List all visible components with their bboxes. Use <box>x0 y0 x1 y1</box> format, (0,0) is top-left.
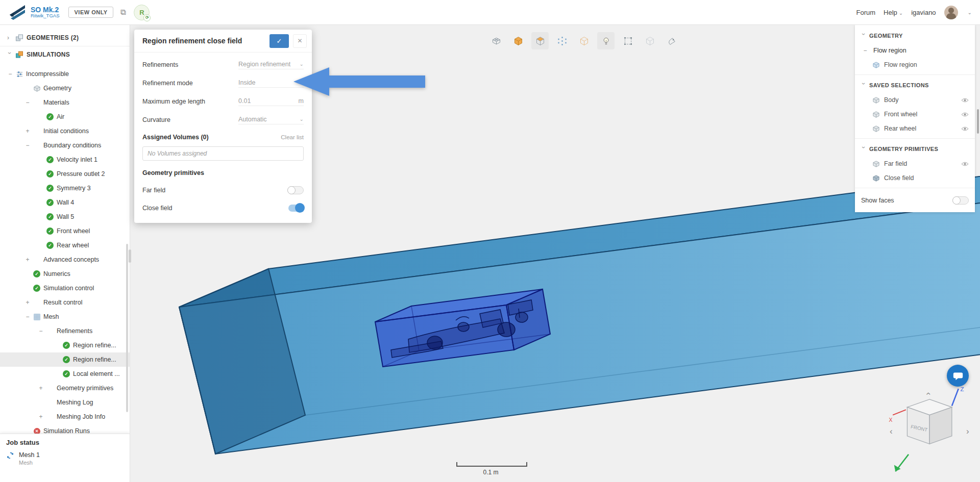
hidden-cube-icon[interactable] <box>641 32 658 49</box>
expand-icon[interactable]: + <box>23 256 32 263</box>
tree-item-air[interactable]: ✓Air <box>0 110 130 124</box>
tree-item-advanced-concepts[interactable]: +Advanced concepts <box>0 252 130 267</box>
tree-item-wall-4[interactable]: ✓Wall 4 <box>0 195 130 210</box>
saved-selection-rear-wheel[interactable]: Rear wheel <box>855 121 975 136</box>
solid-cube-icon[interactable] <box>509 32 527 49</box>
confirm-button[interactable]: ✓ <box>270 34 289 48</box>
max-edge-length-input[interactable]: 0.01 m <box>238 97 304 106</box>
scale-bar-label: 0.1 m <box>456 469 525 476</box>
saved-selection-body[interactable]: Body <box>855 93 975 107</box>
tree-item-meshing-log[interactable]: Meshing Log <box>0 395 130 410</box>
flow-region-item[interactable]: Flow region <box>855 58 975 72</box>
chevron-down-icon: › <box>860 83 867 88</box>
help-menu[interactable]: Help⌄ <box>884 9 903 16</box>
tree-item-rear-wheel[interactable]: ✓Rear wheel <box>0 238 130 252</box>
primitive-far-field[interactable]: Far field <box>855 157 975 171</box>
geometries-header[interactable]: › GEOMETRIES (2) <box>0 30 130 46</box>
tree-item-materials[interactable]: −Materials <box>0 95 130 110</box>
eye-icon[interactable] <box>961 160 969 168</box>
chevron-right-icon[interactable]: › <box>7 34 12 41</box>
eye-icon[interactable] <box>961 125 969 133</box>
user-menu-chevron-icon[interactable]: ⌄ <box>968 10 972 15</box>
geometry-section-header[interactable]: › GEOMETRY <box>855 28 975 43</box>
tree-item-simulation-control[interactable]: ✓Simulation control <box>0 281 130 295</box>
eye-icon[interactable] <box>961 96 969 104</box>
vertices-icon[interactable] <box>553 32 571 49</box>
collapse-icon[interactable]: − <box>861 47 869 54</box>
rotate-left-chevron[interactable]: ‹ <box>890 426 893 437</box>
expand-icon[interactable]: + <box>23 128 32 135</box>
close-button[interactable]: ✕ <box>293 34 307 48</box>
rotate-right-chevron[interactable]: › <box>966 426 969 437</box>
check-circle-icon: ✓ <box>46 213 54 220</box>
tree-item-numerics[interactable]: ✓Numerics <box>0 267 130 281</box>
tree-item-result-control[interactable]: +Result control <box>0 295 130 310</box>
tree-item-region-refinement-2[interactable]: ✓Region refine... <box>0 352 130 367</box>
refinement-mode-select[interactable]: Inside ⌄ <box>238 79 304 88</box>
tree-item-front-wheel[interactable]: ✓Front wheel <box>0 224 130 238</box>
collapse-icon[interactable]: − <box>6 70 14 78</box>
mesh-cells-icon[interactable] <box>487 32 505 49</box>
scene-tree-panel: › GEOMETRY − Flow region Flow region › S… <box>855 25 975 212</box>
clear-list-link[interactable]: Clear list <box>281 134 304 140</box>
primitive-close-field[interactable]: Close field <box>855 171 975 185</box>
collapse-icon[interactable]: − <box>23 99 32 106</box>
job-status-panel: Job status Mesh 1 Mesh <box>0 434 130 482</box>
collapse-icon[interactable]: − <box>23 142 32 149</box>
saved-selections-header[interactable]: › SAVED SELECTIONS <box>855 78 975 93</box>
expand-icon[interactable]: + <box>37 385 45 392</box>
tree-item-boundary-conditions[interactable]: −Boundary conditions <box>0 138 130 153</box>
bulb-icon[interactable] <box>597 32 615 49</box>
job-status-item[interactable]: Mesh 1 Mesh <box>0 449 130 468</box>
geometry-primitives-header[interactable]: › GEOMETRY PRIMITIVES <box>855 141 975 157</box>
sidebar-scrollbar[interactable] <box>126 244 128 412</box>
tree-item-symmetry-3[interactable]: ✓Symmetry 3 <box>0 181 130 195</box>
show-faces-toggle[interactable] <box>952 196 969 205</box>
tree-item-incompressible[interactable]: −Incompressible <box>0 67 130 81</box>
expand-icon[interactable]: + <box>23 299 32 306</box>
close-field-toggle[interactable] <box>288 205 304 212</box>
tree-item-wall-5[interactable]: ✓Wall 5 <box>0 210 130 224</box>
saved-selection-front-wheel[interactable]: Front wheel <box>855 107 975 121</box>
tree-item-local-element[interactable]: ✓Local element ... <box>0 367 130 381</box>
flow-region-group[interactable]: − Flow region <box>855 43 975 58</box>
tree-item-geometry[interactable]: Geometry <box>0 81 130 95</box>
collapse-icon[interactable]: − <box>37 327 45 335</box>
curvature-label: Curvature <box>142 116 238 123</box>
workspace-avatar[interactable]: R ⟳ <box>134 5 150 20</box>
curvature-select[interactable]: Automatic ⌄ <box>238 116 304 124</box>
cube-top-face-icon[interactable] <box>531 32 549 49</box>
probe-icon[interactable] <box>663 32 680 49</box>
tree-item-region-refinement-1[interactable]: ✓Region refine... <box>0 338 130 352</box>
chevron-down-icon: ⌄ <box>300 80 304 85</box>
orientation-cube[interactable]: Z X FRONT <box>886 384 977 475</box>
far-field-toggle[interactable] <box>287 186 304 194</box>
sidebar-resize-handle[interactable] <box>129 249 131 263</box>
chevron-down-icon[interactable]: › <box>6 52 13 57</box>
share-icon[interactable]: ⧉ <box>120 8 126 17</box>
expand-icon[interactable]: + <box>37 413 45 420</box>
collapse-icon[interactable]: − <box>23 313 32 320</box>
user-avatar[interactable] <box>944 6 958 19</box>
geometries-icon <box>15 34 23 42</box>
forum-link[interactable]: Forum <box>856 9 875 16</box>
tree-item-refinements[interactable]: −Refinements <box>0 324 130 338</box>
simulation-icon <box>16 70 23 78</box>
right-panel-scrollbar[interactable] <box>977 109 979 134</box>
box-select-icon[interactable] <box>619 32 636 49</box>
tree-item-mesh[interactable]: −Mesh <box>0 310 130 324</box>
tree-item-initial-conditions[interactable]: +Initial conditions <box>0 124 130 138</box>
tree-item-velocity-inlet-1[interactable]: ✓Velocity inlet 1 <box>0 153 130 167</box>
eye-icon[interactable] <box>961 111 969 118</box>
rotate-up-chevron[interactable]: › <box>923 392 933 395</box>
tree-item-pressure-outlet-2[interactable]: ✓Pressure outlet 2 <box>0 167 130 181</box>
tree-item-geometry-primitives[interactable]: +Geometry primitives <box>0 381 130 395</box>
check-circle-icon: ✓ <box>46 185 54 192</box>
simulations-header[interactable]: › SIMULATIONS <box>0 46 130 63</box>
wireframe-box-icon[interactable] <box>575 32 593 49</box>
refinements-select[interactable]: Region refinement ⌄ <box>238 61 304 69</box>
tree-item-meshing-job-info[interactable]: +Meshing Job Info <box>0 410 130 424</box>
support-chat-button[interactable] <box>947 365 969 387</box>
chat-icon <box>952 370 964 382</box>
project-title-block[interactable]: SO Mk.2 Ritwik_TGAS <box>31 6 59 19</box>
